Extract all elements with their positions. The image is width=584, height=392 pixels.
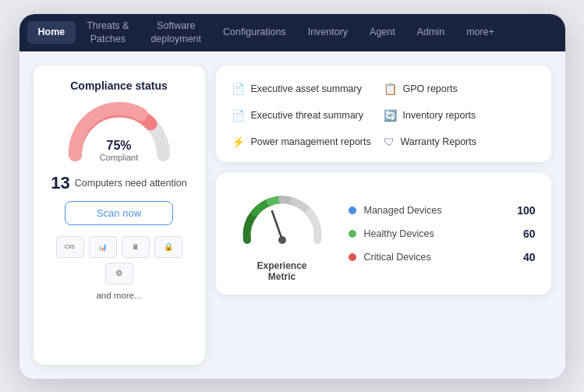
healthy-label: Healthy Devices	[364, 228, 515, 239]
nav-inventory[interactable]: Inventory	[297, 21, 359, 43]
compliance-title: Compliance status	[70, 79, 167, 92]
managed-label: Managed Devices	[364, 205, 510, 216]
critical-label: Critical Devices	[364, 252, 515, 263]
report-icon-gpo: 📋	[384, 83, 397, 95]
logo-cis: CIS	[56, 236, 84, 258]
navigation: Home Threats & Patches Software deployme…	[19, 14, 565, 51]
legend-managed: Managed Devices 100	[349, 204, 536, 217]
report-label-war: Warranty Reports	[401, 136, 476, 147]
reports-grid: 📄 Executive asset summary 📋 GPO reports …	[232, 79, 536, 151]
report-gpo[interactable]: 📋 GPO reports	[384, 79, 536, 98]
speedometer-wrap: Experience Metric	[232, 185, 333, 282]
main-card: Home Threats & Patches Software deployme…	[19, 14, 565, 379]
nav-agent[interactable]: Agent	[359, 21, 406, 43]
report-inventory[interactable]: 🔄 Inventory reports	[384, 106, 536, 125]
nav-home[interactable]: Home	[27, 21, 76, 43]
logo-gl: 📊	[89, 236, 117, 258]
report-label-2: Executive threat summary	[251, 110, 364, 121]
healthy-value: 60	[523, 228, 536, 240]
gauge-text: 75% Compliant	[100, 139, 139, 162]
attention-text: Computers need attention	[75, 178, 187, 189]
gauge: 75% Compliant	[61, 100, 178, 162]
metric-legend: Managed Devices 100 Healthy Devices 60 C…	[349, 204, 536, 263]
legend-healthy: Healthy Devices 60	[349, 228, 536, 240]
speedometer-label: Experience Metric	[257, 260, 306, 282]
logo-gear: ⚙	[105, 263, 133, 284]
speedometer-svg	[232, 185, 333, 256]
report-label-inv: Inventory reports	[403, 110, 476, 121]
scan-now-button[interactable]: Scan now	[65, 201, 173, 225]
svg-line-0	[272, 211, 282, 240]
critical-dot	[349, 253, 356, 261]
report-icon-1: 📄	[232, 83, 245, 95]
logo-lock: 🔒	[154, 236, 182, 258]
report-icon-war: 🛡	[384, 136, 395, 148]
right-panel: 📄 Executive asset summary 📋 GPO reports …	[216, 65, 551, 365]
legend-critical: Critical Devices 40	[349, 251, 536, 263]
nav-threats[interactable]: Threats & Patches	[76, 15, 140, 50]
compliance-panel: Compliance status 75% Compliant 13 Comp	[34, 65, 205, 365]
and-more-text: and more...	[96, 291, 141, 300]
metric-card: Experience Metric Managed Devices 100 He…	[216, 173, 551, 295]
report-label-pwr: Power management reports	[251, 136, 371, 147]
report-executive-asset[interactable]: 📄 Executive asset summary	[232, 79, 384, 98]
report-power[interactable]: ⚡ Power management reports	[232, 132, 384, 151]
managed-dot	[349, 207, 356, 214]
logo-ms: 🖥	[122, 236, 150, 258]
report-icon-inv: 🔄	[384, 109, 397, 122]
gauge-label: Compliant	[100, 153, 139, 162]
report-executive-threat[interactable]: 📄 Executive threat summary	[232, 106, 384, 125]
attention-row: 13 Computers need attention	[51, 173, 186, 193]
nav-admin[interactable]: Admin	[406, 21, 455, 43]
gauge-percent: 75%	[100, 139, 139, 153]
svg-point-1	[278, 236, 286, 244]
report-label-gpo: GPO reports	[403, 83, 458, 94]
report-icon-2: 📄	[232, 109, 245, 122]
attention-count: 13	[51, 173, 69, 193]
logo-row: CIS 📊 🖥 🔒 ⚙	[46, 236, 193, 284]
nav-more[interactable]: more+	[455, 21, 505, 43]
report-warranty[interactable]: 🛡 Warranty Reports	[384, 132, 536, 151]
report-icon-pwr: ⚡	[232, 136, 245, 148]
main-content: Compliance status 75% Compliant 13 Comp	[19, 51, 565, 379]
nav-software[interactable]: Software deployment	[140, 15, 212, 50]
critical-value: 40	[523, 251, 536, 263]
managed-value: 100	[517, 204, 535, 217]
healthy-dot	[349, 230, 356, 238]
nav-configurations[interactable]: Configurations	[212, 21, 297, 43]
report-label-1: Executive asset summary	[251, 83, 362, 94]
reports-card: 📄 Executive asset summary 📋 GPO reports …	[216, 65, 551, 162]
